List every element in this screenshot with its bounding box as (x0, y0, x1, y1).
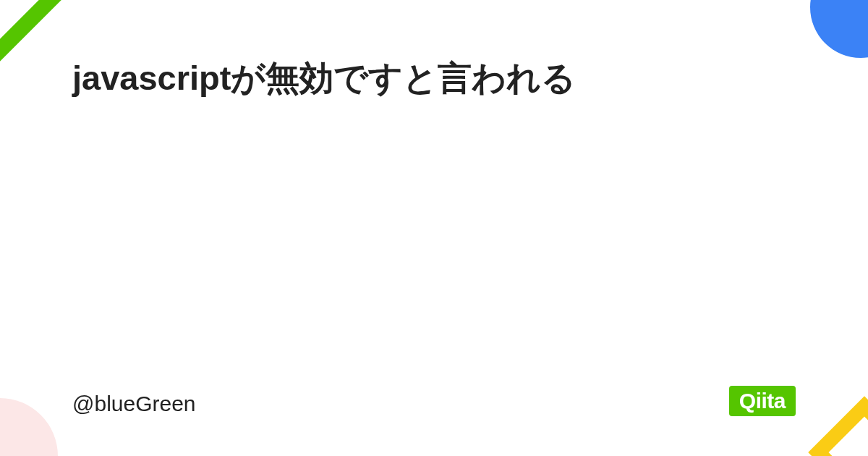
qiita-logo: Qiita (729, 386, 796, 416)
article-title: javascriptが無効ですと言われる (72, 54, 796, 102)
decoration-top-right (810, 0, 868, 58)
decoration-top-left (0, 0, 61, 62)
decoration-bottom-right (808, 396, 868, 456)
author-handle: @blueGreen (72, 392, 196, 416)
decoration-bottom-left (0, 398, 58, 456)
